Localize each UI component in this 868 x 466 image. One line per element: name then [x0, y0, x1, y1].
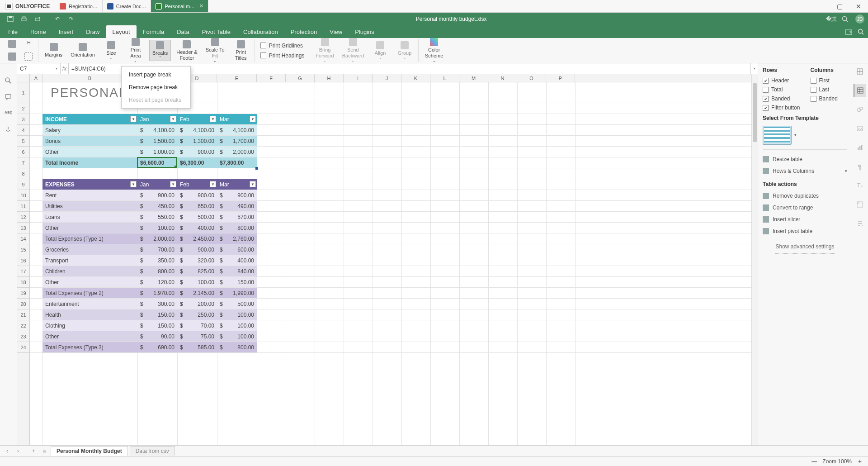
document-icon: [107, 3, 113, 10]
print-headings-checkbox[interactable]: Print Headings: [259, 52, 307, 60]
paste-icon[interactable]: [5, 52, 19, 62]
undo-icon[interactable]: ↶: [51, 13, 64, 25]
document-tab[interactable]: Create Doc…: [103, 0, 151, 12]
menu-plugins[interactable]: Plugins: [349, 25, 381, 38]
open-location-icon[interactable]: [845, 29, 852, 35]
window-controls: — ▢ ✕: [811, 0, 868, 12]
menu-protection[interactable]: Protection: [284, 25, 324, 38]
svg-point-8: [859, 29, 863, 33]
svg-line-6: [846, 20, 848, 22]
print-titles-button[interactable]: Print Titles: [230, 39, 252, 62]
menu-home[interactable]: Home: [24, 25, 52, 38]
print-gridlines-checkbox[interactable]: Print Gridlines: [259, 42, 307, 50]
search-icon[interactable]: [838, 13, 852, 25]
minimize-button[interactable]: —: [811, 0, 830, 12]
print-area-button[interactable]: Print Area⌄: [125, 37, 146, 63]
menu-insert[interactable]: Insert: [52, 25, 80, 38]
search-icon[interactable]: [858, 29, 864, 35]
svg-rect-2: [22, 18, 26, 21]
document-tab[interactable]: Registratio…: [55, 0, 103, 12]
cut-icon[interactable]: ✂: [22, 39, 35, 50]
svg-rect-4: [35, 18, 40, 21]
app-name: ONLYOFFICE: [15, 3, 50, 10]
breaks-button[interactable]: Breaks⌃: [149, 40, 171, 62]
color-scheme-button[interactable]: Color Scheme⌄: [422, 37, 446, 63]
bring-forward-button: Bring Forward⌄: [313, 37, 336, 63]
maximize-button[interactable]: ▢: [830, 0, 849, 12]
send-backward-button: Send Backward⌄: [340, 37, 367, 63]
document-tab-active[interactable]: Personal m… ✕: [151, 0, 208, 12]
menu-view[interactable]: View: [323, 25, 349, 38]
user-avatar[interactable]: JD: [855, 14, 864, 24]
copy-icon[interactable]: [5, 39, 19, 50]
menu-pivot-table[interactable]: Pivot Table: [196, 25, 237, 38]
svg-rect-1: [9, 16, 12, 18]
document-icon: [60, 3, 66, 10]
menu-draw[interactable]: Draw: [80, 25, 106, 38]
close-button[interactable]: ✕: [849, 0, 868, 12]
svg-rect-3: [23, 17, 25, 18]
header-footer-button[interactable]: Header & Footer: [174, 39, 200, 62]
layout-ribbon: ✂ Margins Orientation Size⌄ Print Area⌄ …: [0, 38, 868, 63]
save-icon[interactable]: [4, 13, 17, 25]
spreadsheet-icon: [156, 3, 162, 10]
open-file-location-icon[interactable]: �其: [825, 13, 838, 25]
align-button: Align⌄: [369, 40, 391, 61]
select-icon[interactable]: [22, 52, 35, 62]
menu-data[interactable]: Data: [170, 25, 195, 38]
redo-icon[interactable]: ↷: [64, 13, 78, 25]
size-button[interactable]: Size⌄: [100, 40, 122, 61]
svg-point-5: [842, 16, 846, 20]
close-icon[interactable]: ✕: [199, 3, 203, 9]
margins-button[interactable]: Margins: [42, 42, 65, 59]
main-menu: FileHomeInsertDrawLayoutFormulaDataPivot…: [0, 25, 868, 38]
quick-print-icon[interactable]: [31, 13, 44, 25]
app-logo: ONLYOFFICE: [0, 0, 55, 12]
quick-access-toolbar: ↶ ↷ Personal monthly budget.xlsx �其 JD: [0, 13, 868, 25]
document-title: Personal monthly budget.xlsx: [78, 16, 825, 22]
orientation-button[interactable]: Orientation: [68, 42, 98, 59]
onlyoffice-icon: [5, 3, 13, 10]
print-icon[interactable]: [17, 13, 31, 25]
scale-to-fit-button[interactable]: Scale To Fit⌄: [203, 37, 227, 63]
menu-file[interactable]: File: [2, 25, 24, 38]
menu-layout[interactable]: Layout: [106, 25, 137, 38]
system-titlebar: ONLYOFFICE Registratio… Create Doc… Pers…: [0, 0, 868, 13]
menu-collaboration[interactable]: Collaboration: [237, 25, 284, 38]
group-button: Group⌄: [394, 40, 415, 61]
menu-formula[interactable]: Formula: [137, 25, 171, 38]
svg-line-9: [862, 33, 864, 34]
